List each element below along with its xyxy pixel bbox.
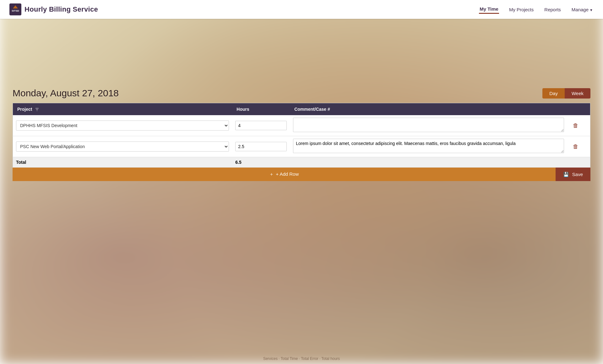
- row2-hours-cell: [232, 136, 290, 157]
- date-row: Monday, August 27, 2018 Day Week: [13, 88, 590, 99]
- col-project-header: Project: [13, 103, 232, 115]
- save-button[interactable]: 💾 Save: [556, 168, 590, 181]
- col-hours-header: Hours: [232, 103, 290, 115]
- col-actions-header: [567, 103, 590, 115]
- svg-rect-3: [35, 108, 39, 109]
- total-row: Total 6.5: [13, 157, 590, 168]
- navbar: SITSD Hourly Billing Service My Time My …: [0, 0, 603, 19]
- plus-icon: ＋: [269, 171, 274, 177]
- sort-icon: [35, 107, 39, 112]
- day-view-button[interactable]: Day: [542, 88, 565, 99]
- table-row: DPHHS MFSIS Development PSC New Web Port…: [13, 136, 590, 157]
- total-value-cell: 6.5: [232, 157, 290, 168]
- row2-comment-textarea[interactable]: Lorem ipsum dolor sit amet, consectetur …: [293, 139, 564, 153]
- view-toggle: Day Week: [542, 88, 590, 99]
- nav-menu: My Time My Projects Reports Manage: [479, 5, 594, 14]
- action-row: ＋+ Add Row 💾 Save: [13, 168, 590, 181]
- total-empty-cell: [290, 157, 567, 168]
- row2-delete-cell: 🗑: [567, 136, 590, 157]
- nav-my-time[interactable]: My Time: [479, 5, 499, 14]
- brand-title: Hourly Billing Service: [24, 5, 98, 13]
- floppy-icon: 💾: [563, 172, 569, 177]
- table-row: DPHHS MFSIS Development PSC New Web Port…: [13, 115, 590, 136]
- svg-text:SITSD: SITSD: [12, 9, 19, 12]
- week-view-button[interactable]: Week: [565, 88, 590, 99]
- nav-manage[interactable]: Manage: [571, 6, 594, 13]
- row2-delete-button[interactable]: 🗑: [570, 142, 581, 151]
- main-content: Monday, August 27, 2018 Day Week Project…: [0, 88, 603, 181]
- svg-rect-5: [37, 110, 37, 111]
- save-label: Save: [571, 172, 583, 177]
- table-header-row: Project Hours Comment/Case #: [13, 103, 590, 115]
- col-comment-header: Comment/Case #: [290, 103, 567, 115]
- add-row-button[interactable]: ＋+ Add Row: [13, 168, 556, 181]
- nav-reports[interactable]: Reports: [544, 6, 562, 13]
- row2-hours-input[interactable]: [235, 142, 287, 151]
- row2-comment-cell: Lorem ipsum dolor sit amet, consectetur …: [290, 136, 567, 157]
- date-heading: Monday, August 27, 2018: [13, 88, 119, 99]
- total-label-cell: Total: [13, 157, 232, 168]
- row1-delete-cell: 🗑: [567, 115, 590, 136]
- row1-project-cell: DPHHS MFSIS Development PSC New Web Port…: [13, 115, 232, 136]
- nav-my-projects[interactable]: My Projects: [508, 6, 534, 13]
- total-action-cell: [567, 157, 590, 168]
- brand-logo[interactable]: SITSD Hourly Billing Service: [9, 3, 98, 15]
- footer-hint: Services · Total Time · Total Error · To…: [263, 356, 340, 361]
- row1-hours-input[interactable]: [235, 121, 287, 130]
- row2-project-cell: DPHHS MFSIS Development PSC New Web Port…: [13, 136, 232, 157]
- row1-delete-button[interactable]: 🗑: [570, 121, 581, 130]
- time-table: Project Hours Comment/Case # DPHHS MFSIS…: [13, 103, 590, 168]
- row1-comment-textarea[interactable]: [293, 118, 564, 132]
- sitsd-logo-icon: SITSD: [9, 3, 21, 15]
- row1-hours-cell: [232, 115, 290, 136]
- row1-comment-cell: [290, 115, 567, 136]
- background: [0, 0, 603, 364]
- row1-project-select[interactable]: DPHHS MFSIS Development PSC New Web Port…: [16, 120, 229, 131]
- svg-rect-4: [36, 109, 38, 110]
- row2-project-select[interactable]: DPHHS MFSIS Development PSC New Web Port…: [16, 142, 229, 152]
